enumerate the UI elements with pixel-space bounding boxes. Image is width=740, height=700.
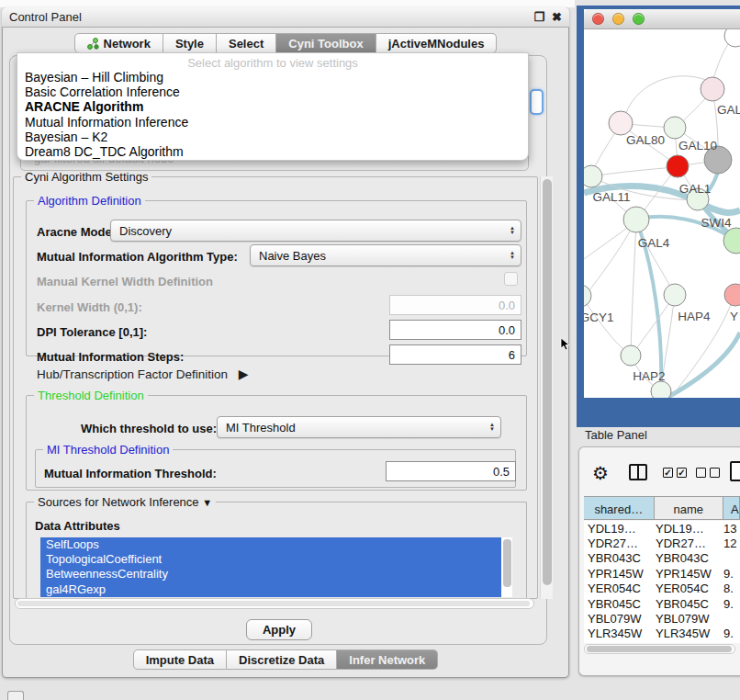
node-label: GAL1 <box>679 182 712 196</box>
algorithm-definition-title: Algorithm Definition <box>34 194 145 208</box>
manual-kernel-width-checkbox[interactable] <box>504 272 518 286</box>
document-icon[interactable] <box>730 461 740 481</box>
node-gal80[interactable] <box>609 111 633 135</box>
column-header-shared-name[interactable]: shared… <box>584 497 655 520</box>
table-row[interactable]: YDR27… YDR27… 12 <box>584 536 740 550</box>
chevron-right-icon[interactable]: ▶ <box>239 367 249 381</box>
combo-stepper-icon[interactable]: ▲▼ <box>506 251 521 260</box>
node-hap2[interactable] <box>621 345 641 366</box>
node-gal-partial[interactable] <box>701 77 724 101</box>
cell-shared-name: YPR145W <box>584 567 656 581</box>
network-window-titlebar[interactable] <box>584 9 740 29</box>
network-canvas[interactable]: GAL GAL80 GAL10 GAL1 GAL11 SWI4 GAL4 GCY… <box>584 29 740 398</box>
table-row[interactable]: YLR345W YLR345W 9. <box>584 627 740 641</box>
table-horizontal-scrollbar[interactable] <box>584 644 735 654</box>
tab-cyni-toolbox[interactable]: Cyni Toolbox <box>276 33 376 53</box>
mi-threshold-field[interactable]: 0.5 <box>386 461 516 481</box>
bottom-corner-widget[interactable] <box>7 691 24 700</box>
mi-algorithm-type-combo[interactable]: Naive Bayes ▲▼ <box>250 244 521 266</box>
table-row[interactable]: YBR043C YBR043C <box>584 551 740 566</box>
algorithm-option[interactable]: Mutual Information Inference <box>17 115 528 130</box>
settings-horizontal-scrollbar[interactable] <box>15 598 534 609</box>
node-gal11[interactable] <box>584 165 602 187</box>
attribute-item[interactable]: BetweennessCentrality <box>40 567 501 581</box>
table-body[interactable]: YDL19… YDL19… 13 YDR27… YDR27… 12 YBR043… <box>584 521 740 643</box>
zoom-traffic-icon[interactable] <box>633 13 645 25</box>
node-gcy1[interactable] <box>584 285 591 307</box>
algorithm-option[interactable]: Basic Correlation Inference <box>17 85 528 99</box>
control-panel-tabbar: Network Style Select Cyni Toolbox jActiv… <box>2 33 569 53</box>
settings-horizontal-scrollbar-thumb[interactable] <box>17 601 530 606</box>
settings-vertical-scrollbar-thumb[interactable] <box>543 179 552 585</box>
node-gal10[interactable] <box>664 117 686 139</box>
algorithm-option[interactable]: Bayesian – Hill Climbing <box>17 70 528 85</box>
table-row[interactable]: YIL052C YIL052C 9. <box>584 641 740 643</box>
apply-button[interactable]: Apply <box>246 619 312 640</box>
combo-stepper-icon[interactable]: ▲▼ <box>506 226 521 235</box>
mi-threshold-value: 0.5 <box>493 465 510 479</box>
attribute-item[interactable]: gal4RGexp <box>40 582 501 597</box>
algorithm-option-selected[interactable]: ARACNE Algorithm <box>17 99 528 114</box>
algorithm-option[interactable]: Dream8 DC_TDC Algorithm <box>17 144 528 159</box>
table-row[interactable]: YBR045C YBR045C 9. <box>584 596 740 611</box>
attribute-list-scrollbar[interactable] <box>503 539 511 587</box>
table-row[interactable]: YPR145W YPR145W 9. <box>584 566 740 581</box>
chevron-down-icon[interactable]: ▼ <box>202 497 212 508</box>
node-hap4[interactable] <box>664 284 686 306</box>
tab-select[interactable]: Select <box>217 33 276 53</box>
columns-icon[interactable] <box>629 464 647 480</box>
attribute-item[interactable]: SelfLoops <box>40 537 501 552</box>
node-pink-partial[interactable] <box>724 284 740 306</box>
cell-shared-name: YLR345W <box>584 627 656 640</box>
network-icon <box>87 38 99 50</box>
unchecked-checkbox-icon[interactable] <box>696 468 706 478</box>
network-view-window[interactable]: GAL GAL80 GAL10 GAL1 GAL11 SWI4 GAL4 GCY… <box>584 9 740 398</box>
tab-label: Impute Data <box>146 653 214 667</box>
table-row[interactable]: YDL19… YDL19… 13 <box>584 521 740 536</box>
tab-label: Discretize Data <box>239 653 324 667</box>
tab-network[interactable]: Network <box>74 33 163 53</box>
kernel-width-field[interactable]: 0.0 <box>389 295 521 315</box>
cell-value: 9. <box>723 642 740 643</box>
tab-infer-network[interactable]: Infer Network <box>337 649 438 670</box>
control-panel-titlebar[interactable]: Control Panel ❐ ✖ <box>2 7 569 28</box>
table-row[interactable]: YER054C YER054C 8. <box>584 581 740 596</box>
which-threshold-combo[interactable]: MI Threshold ▲▼ <box>217 416 501 438</box>
checked-checkbox-icon[interactable]: ✓ <box>677 468 687 478</box>
float-icon[interactable]: ❐ <box>533 11 544 23</box>
hub-definition-expander[interactable]: Hub/Transcription Factor Definition ▶ <box>37 367 249 381</box>
tab-style[interactable]: Style <box>163 33 217 53</box>
table-horizontal-scrollbar-thumb[interactable] <box>587 646 732 652</box>
dpi-tolerance-field[interactable]: 0.0 <box>389 320 521 340</box>
data-attributes-list[interactable]: SelfLoops TopologicalCoefficient Between… <box>40 537 512 597</box>
tab-jactivemnodules[interactable]: jActiveMNodules <box>376 33 498 53</box>
tab-impute-data[interactable]: Impute Data <box>133 649 227 670</box>
close-traffic-icon[interactable] <box>592 13 604 25</box>
aracne-mode-combo[interactable]: Discovery ▲▼ <box>110 220 521 242</box>
cell-value: 9. <box>723 567 740 581</box>
column-header-partial[interactable]: A <box>723 497 740 520</box>
tab-discretize-data[interactable]: Discretize Data <box>227 649 337 670</box>
tab-label: Infer Network <box>349 653 425 667</box>
checked-checkbox-icon[interactable]: ✓ <box>663 468 673 478</box>
column-header-name[interactable]: name <box>655 497 724 520</box>
cyni-bottom-tabbar: Impute Data Discretize Data Infer Networ… <box>2 649 569 670</box>
node-bottom-partial[interactable] <box>651 381 671 398</box>
unchecked-checkbox-icon[interactable] <box>710 468 720 478</box>
node-gal4[interactable] <box>623 207 649 232</box>
table-row[interactable]: YBL079W YBL079W <box>584 611 740 626</box>
node-gal1[interactable] <box>667 155 689 177</box>
node[interactable] <box>724 29 740 47</box>
mi-steps-field[interactable]: 6 <box>389 344 521 365</box>
combo-stepper-icon[interactable]: ▲▼ <box>486 423 500 432</box>
focused-combo-fragment[interactable] <box>530 89 544 115</box>
threshold-definition-title: Threshold Definition <box>34 389 148 402</box>
attribute-item[interactable]: TopologicalCoefficient <box>40 552 501 567</box>
minimize-traffic-icon[interactable] <box>612 13 624 25</box>
settings-vertical-scrollbar[interactable] <box>540 176 553 599</box>
cell-shared-name: YBL079W <box>584 612 656 626</box>
close-icon[interactable]: ✖ <box>552 11 562 23</box>
table-panel-title: Table Panel <box>585 428 647 442</box>
algorithm-option[interactable]: Bayesian – K2 <box>17 130 528 144</box>
gear-icon[interactable]: ⚙ <box>592 462 609 484</box>
